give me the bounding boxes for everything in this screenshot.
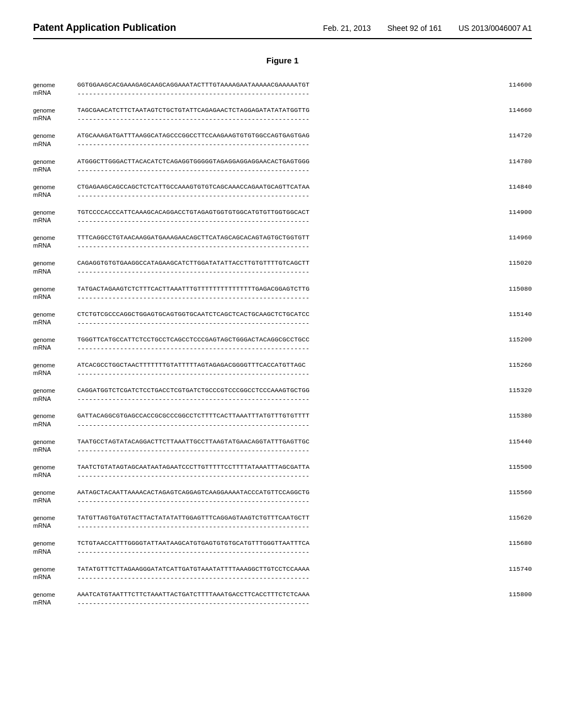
- sequence-number: 115440: [505, 437, 532, 446]
- genome-sequence-line: GGTGGAAGCACGAAAGAGCAAGCAGGAAATACTTTGTAAA…: [77, 81, 532, 89]
- sequence-label: genomemRNA: [33, 539, 77, 555]
- sequence-number: 115380: [505, 411, 532, 420]
- label-mrna: mRNA: [33, 216, 77, 224]
- sequence-text: TAATCTGTATAGTAGCAATAATAGAATCCCTTGTTTTTCC…: [77, 463, 501, 472]
- header-meta: Feb. 21, 2013 Sheet 92 of 161 US 2013/00…: [323, 24, 532, 33]
- mrna-dash-line: ----------------------------------------…: [77, 115, 532, 124]
- sequence-text: TAATGCCTAGTATACAGGACTTCTTAAATTGCCTTAAGTA…: [77, 437, 501, 446]
- mrna-dash-line: ----------------------------------------…: [77, 217, 532, 226]
- label-mrna: mRNA: [33, 293, 77, 301]
- sequence-text: TATATGTTTCTTAGAAGGGATATCATTGATGTAAATATTT…: [77, 565, 501, 574]
- label-genome: genome: [33, 208, 77, 216]
- sequence-number: 115140: [505, 310, 532, 319]
- sequence-data: AATAGCTACAATTAAAACACTAGAGTCAGGAGTCAAGGAA…: [77, 488, 532, 506]
- genome-sequence-line: TATATGTTTCTTAGAAGGGATATCATTGATGTAAATATTT…: [77, 565, 532, 574]
- label-mrna: mRNA: [33, 446, 77, 453]
- sequence-block: genomemRNATATGACTAGAAGTCTCTTTCACTTAAATTT…: [33, 285, 532, 302]
- label-mrna: mRNA: [33, 471, 77, 479]
- mrna-dash-line: ----------------------------------------…: [77, 293, 532, 302]
- sequence-block: genomemRNATGGGTTCATGCCATTCTCCTGCCTCAGCCT…: [33, 335, 532, 353]
- sequence-text: CTGAGAAGCAGCCAGCTCTCATTGCCAAAGTGTGTCAGCA…: [77, 183, 501, 191]
- genome-sequence-line: TGGGTTCATGCCATTCTCCTGCCTCAGCCTCCCGAGTAGC…: [77, 335, 532, 344]
- label-mrna: mRNA: [33, 165, 77, 173]
- label-mrna: mRNA: [33, 395, 77, 403]
- genome-sequence-line: CTGAGAAGCAGCCAGCTCTCATTGCCAAAGTGTGTCAGCA…: [77, 183, 532, 191]
- sequence-block: genomemRNATAATGCCTAGTATACAGGACTTCTTAAATT…: [33, 437, 532, 455]
- sequence-data: GGTGGAAGCACGAAAGAGCAAGCAGGAAATACTTTGTAAA…: [77, 81, 532, 98]
- sequence-number: 114660: [505, 106, 532, 115]
- sequence-text: GATTACAGGCGTGAGCCACCGCGCCCGGCCTCTTTTCACT…: [77, 411, 501, 420]
- sequence-block: genomemRNACAGGATGGTCTCGATCTCCTGACCTCGTGA…: [33, 386, 532, 404]
- mrna-dash-line: ----------------------------------------…: [77, 191, 532, 200]
- header-sheet: Sheet 92 of 161: [387, 24, 442, 33]
- sequence-block: genomemRNAGGTGGAAGCACGAAAGAGCAAGCAGGAAAT…: [33, 81, 532, 98]
- label-mrna: mRNA: [33, 114, 77, 122]
- label-genome: genome: [33, 259, 77, 267]
- sequence-label: genomemRNA: [33, 335, 77, 352]
- genome-sequence-line: ATGGGCTTGGGACTTACACATCTCAGAGGTGGGGGTAGAG…: [77, 157, 532, 166]
- sequence-block: genomemRNATGTCCCCACCCATTCAAAGCACAGGACCTG…: [33, 208, 532, 226]
- label-genome: genome: [33, 336, 77, 344]
- sequence-label: genomemRNA: [33, 411, 77, 428]
- label-genome: genome: [33, 285, 77, 293]
- mrna-dash-line: ----------------------------------------…: [77, 421, 532, 430]
- mrna-dash-line: ----------------------------------------…: [77, 472, 532, 480]
- sequence-number: 114900: [505, 208, 532, 217]
- label-mrna: mRNA: [33, 548, 77, 555]
- sequence-block: genomemRNACTCTGTCGCCCAGGCTGGAGTGCAGTGGTG…: [33, 310, 532, 328]
- sequence-block: genomemRNATAGCGAACATCTTCTAATAGTCTGCTGTAT…: [33, 106, 532, 124]
- sequence-label: genomemRNA: [33, 106, 77, 122]
- label-genome: genome: [33, 311, 77, 318]
- header-patent: US 2013/0046007 A1: [459, 24, 532, 33]
- label-genome: genome: [33, 539, 77, 547]
- sequence-data: TAGCGAACATCTTCTAATAGTCTGCTGTATTCAGAGAACT…: [77, 106, 532, 124]
- figure-title: Figure 1: [33, 56, 532, 65]
- sequence-text: TCTGTAACCATTTGGGGTATTAATAAGCATGTGAGTGTGT…: [77, 539, 501, 548]
- sequence-text: CAGAGGTGTGTGAAGGCCATAGAAGCATCTTGGATATATT…: [77, 259, 501, 267]
- label-genome: genome: [33, 132, 77, 140]
- sequence-block: genomemRNATTTCAGGCCTGTAACAAGGATGAAAGAACA…: [33, 233, 532, 251]
- sequence-label: genomemRNA: [33, 208, 77, 224]
- sequence-block: genomemRNAATCACGCCTGGCTAACTTTTTTTGTATTTT…: [33, 361, 532, 378]
- sequence-label: genomemRNA: [33, 437, 77, 454]
- label-mrna: mRNA: [33, 242, 77, 249]
- mrna-dash-line: ----------------------------------------…: [77, 599, 532, 608]
- sequence-label: genomemRNA: [33, 513, 77, 530]
- label-mrna: mRNA: [33, 89, 77, 97]
- sequence-number: 114960: [505, 233, 532, 242]
- sequence-block: genomemRNATATATGTTTCTTAGAAGGGATATCATTGAT…: [33, 565, 532, 582]
- sequence-data: AAATCATGTAATTTCTTCTAAATTACTGATCTTTTAAATG…: [77, 590, 532, 608]
- genome-sequence-line: TATGTTAGTGATGTACTTACTATATATTGGAGTTTCAGGA…: [77, 513, 532, 522]
- label-mrna: mRNA: [33, 344, 77, 351]
- sequence-data: TAATCTGTATAGTAGCAATAATAGAATCCCTTGTTTTTCC…: [77, 463, 532, 480]
- label-mrna: mRNA: [33, 318, 77, 326]
- sequence-text: TATGTTAGTGATGTACTTACTATATATTGGAGTTTCAGGA…: [77, 513, 501, 522]
- sequence-label: genomemRNA: [33, 361, 77, 377]
- label-genome: genome: [33, 158, 77, 165]
- mrna-dash-line: ----------------------------------------…: [77, 166, 532, 175]
- sequence-label: genomemRNA: [33, 386, 77, 403]
- sequence-label: genomemRNA: [33, 565, 77, 581]
- sequence-text: TATGACTAGAAGTCTCTTTCACTTAAATTTGTTTTTTTTT…: [77, 285, 501, 293]
- genome-sequence-line: CTCTGTCGCCCAGGCTGGAGTGCAGTGGTGCAATCTCAGC…: [77, 310, 532, 319]
- sequence-label: genomemRNA: [33, 285, 77, 301]
- mrna-dash-line: ----------------------------------------…: [77, 267, 532, 276]
- mrna-dash-line: ----------------------------------------…: [77, 344, 532, 353]
- mrna-dash-line: ----------------------------------------…: [77, 140, 532, 149]
- sequence-block: genomemRNATCTGTAACCATTTGGGGTATTAATAAGCAT…: [33, 539, 532, 556]
- sequence-data: CAGAGGTGTGTGAAGGCCATAGAAGCATCTTGGATATATT…: [77, 259, 532, 276]
- sequences-container: genomemRNAGGTGGAAGCACGAAAGAGCAAGCAGGAAAT…: [33, 81, 532, 608]
- sequence-number: 115620: [505, 513, 532, 522]
- sequence-number: 114600: [505, 81, 532, 89]
- sequence-text: TGGGTTCATGCCATTCTCCTGCCTCAGCCTCCCGAGTAGC…: [77, 335, 501, 344]
- mrna-dash-line: ----------------------------------------…: [77, 242, 532, 251]
- sequence-text: CAGGATGGTCTCGATCTCCTGACCTCGTGATCTGCCCGTC…: [77, 386, 501, 395]
- sequence-text: ATCACGCCTGGCTAACTTTTTTTGTATTTTTAGTAGAGAC…: [77, 361, 501, 370]
- sequence-data: ATCACGCCTGGCTAACTTTTTTTGTATTTTTAGTAGAGAC…: [77, 361, 532, 378]
- sequence-text: TAGCGAACATCTTCTAATAGTCTGCTGTATTCAGAGAACT…: [77, 106, 501, 115]
- mrna-dash-line: ----------------------------------------…: [77, 395, 532, 404]
- sequence-text: CTCTGTCGCCCAGGCTGGAGTGCAGTGGTGCAATCTCAGC…: [77, 310, 501, 319]
- sequence-number: 115680: [505, 539, 532, 548]
- label-genome: genome: [33, 183, 77, 191]
- header-title: Patent Application Publication: [33, 22, 176, 34]
